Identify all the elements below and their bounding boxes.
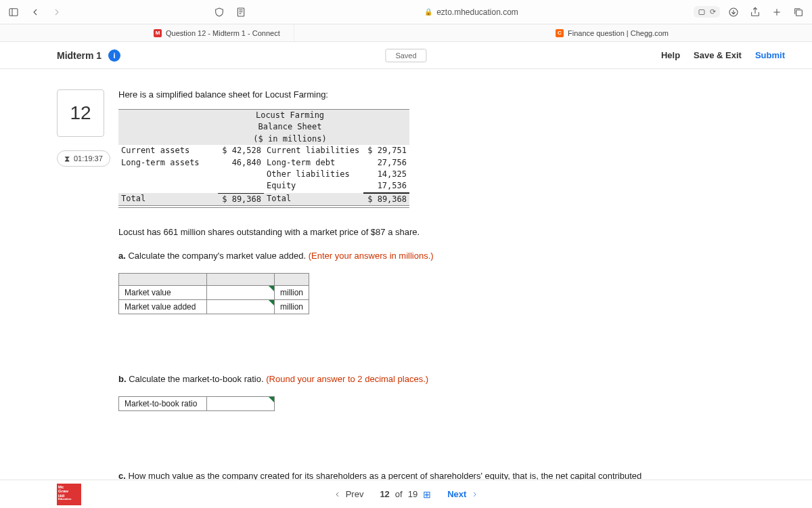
tab-label: Finance question | Chegg.com — [568, 29, 669, 37]
bs-val: 17,536 — [363, 180, 409, 192]
bs-val: 14,325 — [363, 169, 409, 180]
balance-sheet: Locust Farming Balance Sheet ($ in milli… — [118, 109, 409, 208]
sidebar-toggle-icon[interactable] — [5, 4, 22, 20]
refresh-icon: ⟳ — [710, 7, 716, 16]
tab-label: Question 12 - Midterm 1 - Connect — [166, 29, 280, 37]
pos-total: 19 — [408, 489, 418, 499]
part-a-text: Calculate the company's market value add… — [126, 251, 309, 261]
forward-icon[interactable] — [49, 4, 65, 20]
part-a-prefix: a. — [118, 251, 126, 261]
tab-chegg[interactable]: C Finance question | Chegg.com — [542, 24, 682, 41]
row-label: Market-to-book ratio — [119, 396, 207, 410]
hourglass-icon: ⧗ — [64, 154, 70, 163]
timer-value: 01:19:37 — [74, 154, 103, 163]
part-b-prefix: b. — [118, 374, 127, 384]
logo-line: Mc — [58, 485, 80, 490]
save-exit-link[interactable]: Save & Exit — [694, 50, 742, 60]
row-label: Market value added — [119, 299, 207, 314]
favicon-m-icon: M — [154, 29, 162, 37]
next-button[interactable]: Next — [447, 489, 478, 499]
sheet-units: ($ in millions) — [217, 133, 363, 145]
part-c-prefix: c. — [118, 471, 126, 480]
pos-current: 12 — [380, 489, 389, 499]
part-b-prompt: b. Calculate the market-to-book ratio. (… — [118, 373, 785, 387]
bs-label: Long-term assets — [118, 157, 218, 169]
shares-line: Locust has 661 million shares outstandin… — [118, 226, 785, 240]
footer-nav: Mc Graw Hill Education Prev 12 of 19 ⊞ N… — [0, 480, 812, 508]
bs-label: Long-term debt — [264, 157, 363, 169]
shield-icon[interactable] — [211, 4, 227, 20]
part-a-hint: (Enter your answers in millions.) — [309, 251, 434, 261]
sheet-title: Balance Sheet — [217, 121, 363, 133]
browser-toolbar: 🔒 ezto.mheducation.com ⟳ — [0, 0, 812, 24]
intro-text: Here is a simplified balance sheet for L… — [118, 89, 785, 100]
unit-label: million — [275, 299, 309, 314]
tabs-icon[interactable] — [790, 4, 807, 20]
blank-header — [207, 273, 275, 285]
download-icon[interactable] — [725, 4, 742, 20]
input-flag-icon — [269, 286, 274, 291]
unit-label: million — [275, 285, 309, 299]
logo-line: Education — [58, 498, 80, 501]
saved-badge: Saved — [385, 49, 426, 62]
part-b-text: Calculate the market-to-book ratio. — [127, 374, 267, 384]
svg-rect-12 — [796, 9, 803, 16]
position-indicator: 12 of 19 ⊞ — [380, 489, 431, 500]
bs-label: Other liabilities — [264, 169, 363, 180]
url-display[interactable]: 🔒 ezto.mheducation.com — [254, 7, 688, 17]
answer-table-a: Market value million Market value added … — [118, 273, 309, 314]
prev-label: Prev — [346, 489, 364, 499]
bs-total-label: Total — [264, 193, 363, 205]
input-flag-icon — [269, 300, 274, 305]
reader-icon[interactable] — [233, 4, 249, 20]
question-grid-icon[interactable]: ⊞ — [423, 489, 431, 500]
market-value-input-cell — [207, 285, 275, 299]
question-content: Here is a simplified balance sheet for L… — [118, 69, 812, 480]
svg-rect-2 — [238, 8, 244, 16]
blank-header — [119, 273, 207, 285]
mtb-ratio-input[interactable] — [207, 397, 274, 410]
logo-line: Graw — [58, 489, 80, 494]
page-title: Midterm 1 — [57, 50, 102, 61]
url-host: ezto.mheducation.com — [436, 7, 518, 17]
bs-val: 46,840 — [218, 157, 264, 169]
timer: ⧗ 01:19:37 — [57, 150, 110, 167]
new-tab-icon[interactable] — [769, 4, 785, 20]
share-icon[interactable] — [747, 4, 763, 20]
tab-connect[interactable]: M Question 12 - Midterm 1 - Connect — [140, 24, 294, 41]
input-flag-icon — [269, 397, 274, 402]
bs-label: Current liabilities — [264, 145, 363, 156]
mcgraw-hill-logo: Mc Graw Hill Education — [57, 484, 81, 505]
prev-button[interactable]: Prev — [334, 489, 364, 499]
next-label: Next — [447, 489, 466, 499]
pos-of: of — [395, 489, 403, 499]
market-value-added-input-cell — [207, 299, 275, 314]
app-header: Midterm 1 i Saved Help Save & Exit Submi… — [0, 42, 812, 69]
bs-total-label: Total — [118, 193, 218, 205]
svg-rect-0 — [9, 8, 18, 16]
info-icon[interactable]: i — [108, 49, 120, 62]
lock-icon: 🔒 — [424, 8, 432, 16]
blank-header — [275, 273, 309, 285]
help-link[interactable]: Help — [661, 50, 680, 60]
answer-table-b: Market-to-book ratio — [118, 396, 275, 411]
part-c-prompt: c. How much value as the company created… — [118, 469, 785, 480]
bs-val: $ 29,751 — [363, 145, 409, 156]
back-icon[interactable] — [27, 4, 43, 20]
market-value-input[interactable] — [207, 286, 274, 299]
market-value-added-input[interactable] — [207, 300, 274, 314]
bs-label: Current assets — [118, 145, 218, 156]
row-label: Market value — [119, 285, 207, 299]
svg-rect-6 — [699, 9, 704, 14]
left-sidebar: 12 ⧗ 01:19:37 — [0, 69, 118, 480]
bs-val: 27,756 — [363, 157, 409, 169]
part-b-hint: (Round your answer to 2 decimal places.) — [266, 374, 428, 384]
bs-total-val: $ 89,368 — [363, 193, 409, 205]
reader-pill[interactable]: ⟳ — [694, 6, 720, 18]
question-number-box: 12 — [57, 89, 104, 137]
bs-label: Equity — [264, 180, 363, 192]
browser-tabs: M Question 12 - Midterm 1 - Connect C Fi… — [0, 24, 812, 42]
part-c-text: How much value as the company created fo… — [126, 471, 641, 480]
submit-button[interactable]: Submit — [755, 50, 785, 60]
bs-val: $ 42,528 — [218, 145, 264, 156]
